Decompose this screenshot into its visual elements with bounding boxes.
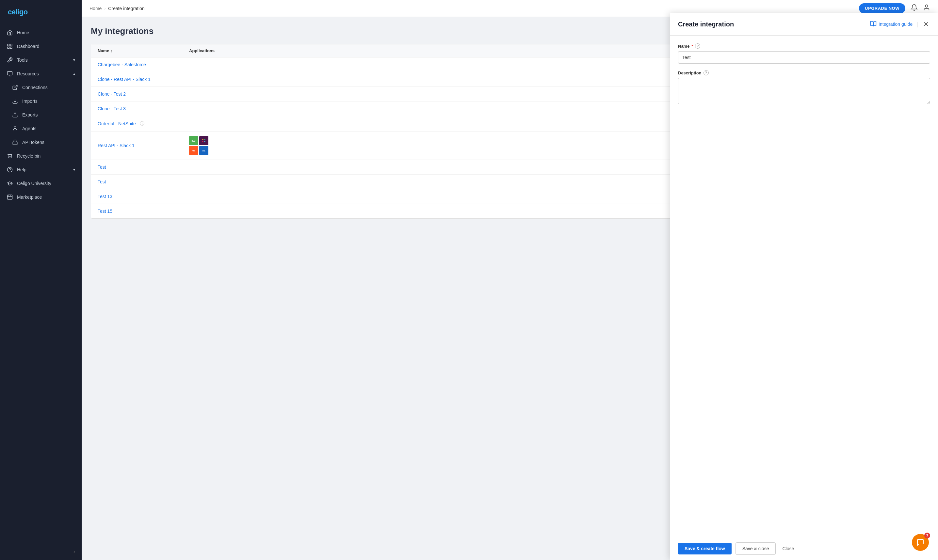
name-form-group: Name * ?	[678, 43, 930, 64]
sidebar-item-agents[interactable]: Agents	[0, 122, 82, 135]
row-integration-name: Clone - Test 3	[98, 106, 189, 111]
sidebar-item-exports[interactable]: Exports	[0, 108, 82, 122]
row-integration-name: Test 13	[98, 194, 189, 199]
row-integration-name: Test 15	[98, 209, 189, 214]
topbar-actions: UPGRADE NOW	[859, 3, 930, 13]
row-integration-name: Chargebee - Salesforce	[98, 62, 189, 67]
sidebar-item-label: Imports	[22, 98, 37, 104]
sidebar-item-imports[interactable]: Imports	[0, 94, 82, 108]
name-help-icon[interactable]: ?	[695, 43, 700, 49]
row-integration-name: Orderful - NetSuite ⓘ	[98, 121, 189, 127]
svg-rect-20	[202, 139, 203, 140]
sidebar-item-celigo-university[interactable]: Celigo University	[0, 177, 82, 190]
svg-rect-22	[202, 141, 203, 142]
sidebar-item-label: Marketplace	[17, 194, 42, 200]
svg-rect-3	[11, 47, 12, 49]
home-icon	[6, 29, 13, 36]
breadcrumb-separator: ›	[104, 6, 105, 11]
description-input[interactable]	[678, 78, 930, 104]
description-help-icon[interactable]: ?	[704, 70, 709, 75]
integration-guide-link[interactable]: Integration guide	[870, 20, 913, 28]
breadcrumb-home[interactable]: Home	[89, 6, 102, 11]
resources-icon	[6, 71, 13, 77]
svg-rect-1	[8, 44, 9, 46]
breadcrumb: Home › Create integration	[89, 6, 855, 11]
modal-header: Create integration Integration guide | ✕	[670, 13, 938, 35]
modal-footer: Save & create flow Save & close Close	[670, 537, 938, 560]
sort-asc-icon: ↑	[110, 49, 113, 53]
sidebar-item-label: Home	[17, 30, 29, 35]
app-tile-slack	[199, 136, 208, 145]
modal-close-button[interactable]: ✕	[922, 19, 930, 29]
close-button[interactable]: Close	[780, 543, 796, 554]
svg-text:celigo: celigo	[8, 8, 28, 16]
chat-bubble[interactable]: 7	[912, 534, 929, 551]
logo: celigo	[0, 0, 82, 25]
sidebar-item-label: Recycle bin	[17, 153, 40, 158]
exports-icon	[12, 112, 18, 118]
celigo-university-icon	[6, 180, 13, 187]
svg-rect-5	[8, 71, 12, 75]
sidebar-item-label: Tools	[17, 57, 28, 63]
save-close-button[interactable]: Save & close	[736, 542, 776, 555]
sidebar-item-label: Help	[17, 167, 26, 172]
svg-point-19	[925, 5, 927, 7]
row-integration-name: Clone - Test 2	[98, 91, 189, 97]
sidebar-item-label: Celigo University	[17, 181, 51, 186]
svg-rect-21	[204, 139, 205, 140]
row-integration-name: Clone - Rest API - Slack 1	[98, 77, 189, 82]
chevron-up-icon: ▴	[73, 71, 75, 76]
sidebar-item-marketplace[interactable]: Marketplace	[0, 190, 82, 204]
sidebar-item-api-tokens[interactable]: API tokens	[0, 135, 82, 149]
app-icons-grid: REST NS AZ	[189, 136, 209, 155]
chat-icon	[916, 538, 924, 546]
name-input[interactable]	[678, 51, 930, 64]
sidebar-item-resources[interactable]: Resources ▴	[0, 67, 82, 81]
description-form-group: Description ?	[678, 70, 930, 105]
tools-icon	[6, 57, 13, 63]
chat-count-badge: 7	[924, 532, 930, 538]
svg-line-8	[15, 85, 17, 88]
chevron-down-icon: ▾	[73, 58, 75, 62]
guide-book-icon	[870, 20, 876, 28]
modal-body: Name * ? Description ?	[670, 35, 938, 537]
api-tokens-icon	[12, 139, 18, 146]
svg-rect-15	[8, 195, 12, 199]
svg-rect-4	[8, 47, 9, 49]
sidebar-item-label: Dashboard	[17, 44, 40, 49]
collapse-icon: ‹	[74, 549, 75, 555]
celigo-logo-text: celigo	[8, 7, 40, 18]
dashboard-icon	[6, 43, 13, 49]
vertical-divider: |	[916, 21, 918, 28]
required-indicator: *	[691, 44, 693, 49]
app-tile-rest: REST	[189, 136, 198, 145]
sidebar-item-dashboard[interactable]: Dashboard	[0, 40, 82, 53]
sidebar: celigo Home Dashboard Tools ▾	[0, 0, 82, 560]
app-tile-orange: NS	[189, 146, 198, 155]
sidebar-item-tools[interactable]: Tools ▾	[0, 53, 82, 67]
modal-title: Create integration	[678, 20, 870, 28]
sidebar-item-connections[interactable]: Connections	[0, 81, 82, 94]
svg-rect-23	[204, 141, 205, 142]
sidebar-item-recycle-bin[interactable]: Recycle bin	[0, 149, 82, 163]
name-label: Name * ?	[678, 43, 930, 49]
row-integration-name: Test	[98, 165, 189, 170]
breadcrumb-current: Create integration	[108, 6, 144, 11]
sidebar-collapse-button[interactable]: ‹	[0, 544, 82, 560]
user-icon[interactable]	[923, 4, 930, 13]
sidebar-item-label: Connections	[22, 85, 48, 90]
notification-icon[interactable]	[910, 4, 918, 13]
upgrade-button[interactable]: UPGRADE NOW	[859, 3, 906, 13]
description-label: Description ?	[678, 70, 930, 75]
marketplace-icon	[6, 194, 13, 200]
modal-header-actions: Integration guide | ✕	[870, 19, 930, 29]
sidebar-item-help[interactable]: Help ▾	[0, 163, 82, 177]
sidebar-nav: Home Dashboard Tools ▾ Resources ▴	[0, 25, 82, 544]
sidebar-item-label: API tokens	[22, 140, 45, 145]
sidebar-item-label: Agents	[22, 126, 37, 131]
col-name-header[interactable]: Name ↑	[98, 48, 189, 53]
recycle-bin-icon	[6, 153, 13, 159]
imports-icon	[12, 98, 18, 105]
sidebar-item-home[interactable]: Home	[0, 26, 82, 40]
save-create-flow-button[interactable]: Save & create flow	[678, 543, 731, 554]
